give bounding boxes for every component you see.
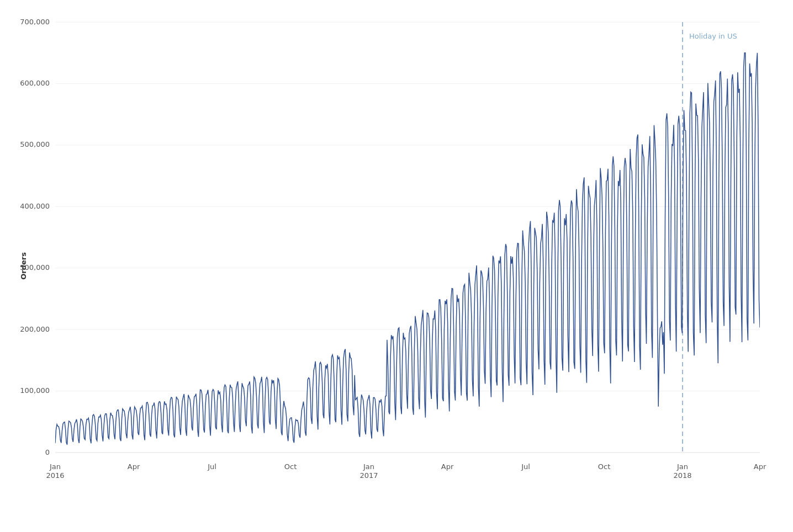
y-tick-100k: 100,000 <box>20 386 50 395</box>
y-tick-0: 0 <box>45 448 50 456</box>
y-tick-300k: 300,000 <box>20 263 50 272</box>
y-tick-200k: 200,000 <box>20 325 50 333</box>
x-tick-2018: 2018 <box>673 471 691 480</box>
x-tick-oct2016: Oct <box>284 462 297 471</box>
y-tick-600k: 600,000 <box>20 79 50 87</box>
chart-container: Orders 0 100,000 200,000 300,00 <box>0 0 793 532</box>
y-tick-700k: 700,000 <box>20 18 50 26</box>
y-tick-400k: 400,000 <box>20 202 50 210</box>
x-tick-2017: 2017 <box>360 471 378 480</box>
x-tick-2016: 2016 <box>46 471 64 480</box>
x-tick-jul2016: Jul <box>207 462 216 471</box>
x-tick-apr2017: Apr <box>441 462 454 471</box>
x-tick-jan2016: Jan <box>49 462 61 471</box>
chart-area: 0 100,000 200,000 300,000 400,000 500,00… <box>55 22 760 477</box>
x-tick-jan2018: Jan <box>676 462 688 471</box>
holiday-label: Holiday in US <box>689 32 737 40</box>
x-tick-jan2017: Jan <box>363 462 374 471</box>
x-tick-oct2017: Oct <box>598 462 610 471</box>
timeseries-line <box>55 53 760 445</box>
y-tick-500k: 500,000 <box>20 140 50 148</box>
x-tick-apr2016: Apr <box>128 462 140 471</box>
x-tick-jul2017: Jul <box>521 462 530 471</box>
x-tick-apr2018: Apr <box>754 462 766 471</box>
chart-svg: 0 100,000 200,000 300,000 400,000 500,00… <box>55 22 760 477</box>
